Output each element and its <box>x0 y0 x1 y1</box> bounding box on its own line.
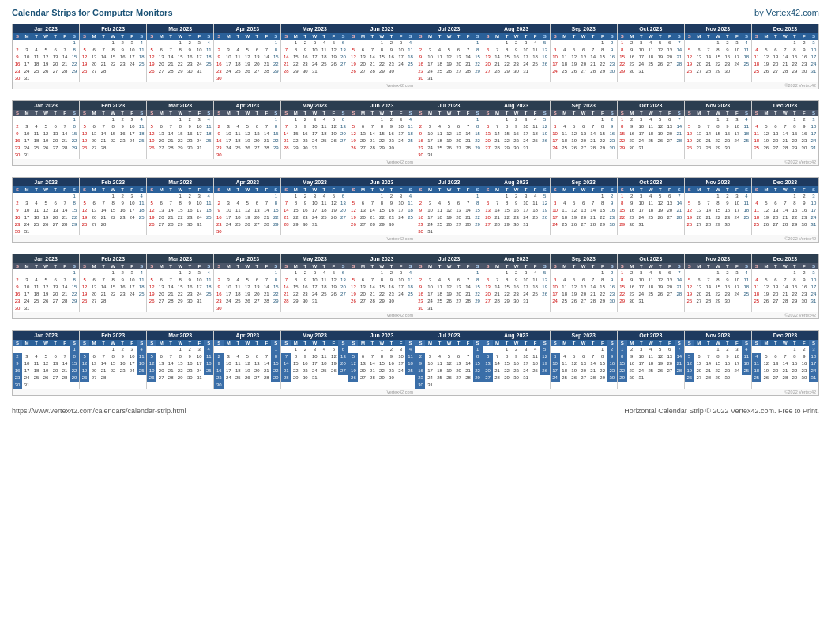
day-cell <box>493 346 502 353</box>
day-cell: 10 <box>396 277 405 284</box>
day-cell: 15 <box>502 130 512 137</box>
dow-cell: T <box>502 33 512 40</box>
day-cell <box>89 269 99 277</box>
day-cell <box>329 145 338 152</box>
day-cell: 20 <box>694 61 704 68</box>
day-cell: 30 <box>386 68 396 75</box>
day-cell: 28 <box>464 68 473 75</box>
day-cell: 12 <box>656 200 665 207</box>
day-cell <box>473 75 483 82</box>
day-cell: 11 <box>742 353 751 360</box>
day-cell: 7 <box>261 277 271 284</box>
day-cell <box>551 269 560 277</box>
day-cell <box>233 116 243 123</box>
dow-cell: T <box>118 340 127 346</box>
day-cell: 11 <box>435 284 445 291</box>
day-cell <box>570 116 579 123</box>
dow-cell: M <box>224 110 233 116</box>
dow-cell: W <box>713 340 723 346</box>
day-cell: 19 <box>761 367 771 375</box>
day-cell: 9 <box>416 284 425 291</box>
day-cell: 24 <box>551 375 560 382</box>
dow-cell: W <box>646 110 656 116</box>
day-cell: 4 <box>560 353 570 360</box>
day-cell: 14 <box>261 130 271 137</box>
day-cell: 17 <box>521 360 531 367</box>
day-cell <box>685 305 694 312</box>
day-cell: 2 <box>214 47 224 54</box>
dow-cell: T <box>99 110 108 116</box>
day-cell <box>60 346 70 353</box>
day-cell <box>464 228 473 235</box>
day-cell: 2 <box>185 116 194 123</box>
day-cell: 23 <box>512 291 521 298</box>
day-cell: 24 <box>22 375 32 382</box>
day-cell <box>243 116 252 123</box>
day-cell: 23 <box>607 367 617 375</box>
day-cell: 28 <box>464 145 473 152</box>
day-cell: 7 <box>780 200 790 207</box>
day-cell: 23 <box>185 137 194 145</box>
dow-cell: F <box>531 263 540 269</box>
day-cell: 13 <box>771 130 780 137</box>
day-cell <box>243 305 252 312</box>
day-cell: 13 <box>454 130 464 137</box>
day-cell <box>405 152 415 159</box>
day-cell: 22 <box>271 61 280 68</box>
day-cell <box>780 382 790 389</box>
day-cell: 25 <box>204 291 213 298</box>
day-cell: 27 <box>358 375 367 382</box>
day-cell: 31 <box>310 68 319 75</box>
day-cell <box>685 269 694 277</box>
day-cell: 11 <box>646 277 656 284</box>
day-cell: 25 <box>560 68 570 75</box>
day-cell: 9 <box>607 47 617 54</box>
day-cell <box>147 75 156 82</box>
day-cell <box>656 75 665 82</box>
day-cell: 6 <box>483 353 493 360</box>
day-cell <box>396 152 405 159</box>
day-cell: 10 <box>310 277 319 284</box>
day-cell: 11 <box>405 123 415 130</box>
day-cell: 22 <box>598 214 607 221</box>
day-cell: 29 <box>271 298 280 305</box>
day-cell <box>560 193 570 200</box>
day-cell: 17 <box>521 54 531 61</box>
dow-cell: F <box>261 263 271 269</box>
day-cell <box>348 382 358 389</box>
day-cell: 10 <box>127 277 137 284</box>
day-cell <box>685 193 694 200</box>
day-cell: 5 <box>540 40 550 47</box>
day-cell <box>204 298 213 305</box>
dow-cell: T <box>233 263 243 269</box>
day-cell: 8 <box>473 47 483 54</box>
day-cell: 21 <box>367 367 377 375</box>
day-cell: 21 <box>588 367 598 375</box>
day-cell: 3 <box>22 277 32 284</box>
day-cell: 11 <box>560 360 570 367</box>
day-cell <box>127 68 137 75</box>
day-cell: 28 <box>281 221 291 228</box>
dow-cell: T <box>435 33 445 40</box>
dow-cell: F <box>194 340 204 346</box>
day-cell: 14 <box>60 207 70 214</box>
day-cell: 10 <box>224 207 233 214</box>
day-cell: 13 <box>89 360 99 367</box>
day-cell: 9 <box>214 360 224 367</box>
day-cell: 7 <box>588 47 598 54</box>
day-cell: 5 <box>348 47 358 54</box>
dow-cell: T <box>570 186 579 193</box>
day-cell: 4 <box>646 193 656 200</box>
day-cell: 25 <box>319 61 329 68</box>
day-cell <box>588 346 598 353</box>
day-cell: 28 <box>493 68 502 75</box>
day-cell: 27 <box>252 68 261 75</box>
day-cell: 13 <box>454 284 464 291</box>
month-header: Feb 2023 <box>80 254 146 263</box>
month-block-5-2: Feb 2023SMTWTFS1234567891011121314151617… <box>80 331 147 389</box>
day-cell: 12 <box>445 284 454 291</box>
day-cell <box>780 116 790 123</box>
day-cell <box>742 145 751 152</box>
day-cell: 11 <box>560 54 570 61</box>
day-cell <box>204 221 213 228</box>
